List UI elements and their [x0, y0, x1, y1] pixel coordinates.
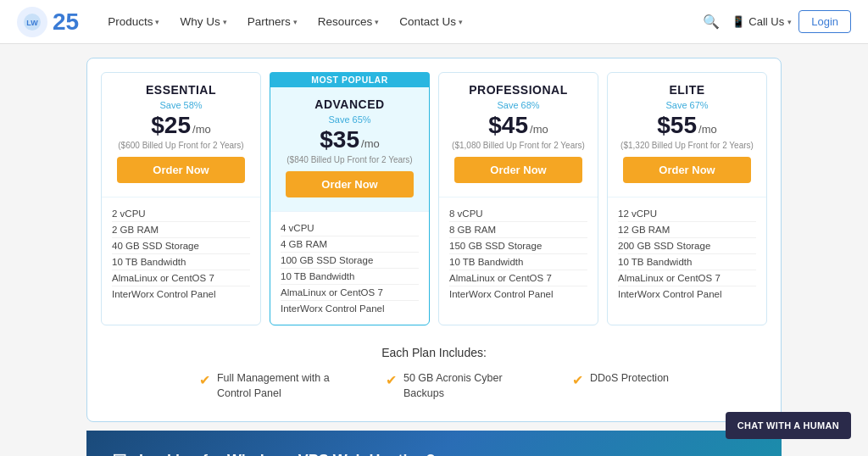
feature-storage: 40 GB SSD Storage [112, 238, 250, 254]
plan-name-professional: PROFESSIONAL [448, 83, 589, 97]
include-text-ddos: DDoS Protection [590, 371, 669, 386]
logo: LW 25 [17, 7, 79, 37]
logo-text: 25 [53, 10, 79, 34]
feature-bandwidth: 10 TB Bandwidth [112, 254, 250, 270]
save-text-elite: Save 67% [616, 100, 758, 110]
save-text-advanced: Save 65% [279, 114, 420, 125]
feature-panel: InterWorx Control Panel [281, 301, 419, 316]
feature-ram: 4 GB RAM [281, 236, 419, 253]
feature-ram: 12 GB RAM [618, 222, 756, 238]
plan-header-professional: PROFESSIONAL Save 68% $45 /mo ($1,080 Bi… [439, 73, 598, 197]
include-item-management: ✔ Full Management with a Control Panel [199, 371, 335, 401]
feature-os: AlmaLinux or CentOS 7 [618, 270, 756, 286]
nav-whyus[interactable]: Why Us ▾ [171, 10, 235, 33]
price-suffix-advanced: /mo [361, 137, 380, 150]
chat-button[interactable]: CHAT WITH A HUMAN [726, 412, 851, 439]
plan-name-essential: ESSENTIAL [110, 83, 252, 97]
nav-resources[interactable]: Resources ▾ [309, 10, 388, 33]
price-dollar-essential: $25 [151, 112, 191, 139]
nav-partners[interactable]: Partners ▾ [239, 10, 306, 33]
main-content: ESSENTIAL Save 58% $25 /mo ($600 Billed … [70, 44, 798, 456]
plan-features-professional: 8 vCPU 8 GB RAM 150 GB SSD Storage 10 TB… [439, 197, 598, 310]
price-dollar-elite: $55 [657, 112, 697, 139]
feature-ram: 2 GB RAM [112, 222, 250, 238]
price-row-professional: $45 /mo [448, 112, 589, 139]
plans-grid: ESSENTIAL Save 58% $25 /mo ($600 Billed … [101, 72, 767, 325]
billed-text-advanced: ($840 Billed Up Front for 2 Years) [279, 155, 420, 164]
includes-section: Each Plan Includes: ✔ Full Management wi… [101, 346, 767, 401]
include-text-management: Full Management with a Control Panel [217, 371, 335, 401]
feature-os: AlmaLinux or CentOS 7 [449, 270, 587, 286]
billed-text-essential: ($600 Billed Up Front for 2 Years) [110, 141, 252, 150]
most-popular-badge: MOST POPULAR [270, 72, 430, 87]
feature-vcpu: 8 vCPU [449, 206, 587, 222]
include-text-backups: 50 GB Acronis Cyber Backups [403, 371, 521, 401]
nav-products[interactable]: Products ▾ [99, 10, 168, 33]
plan-features-essential: 2 vCPU 2 GB RAM 40 GB SSD Storage 10 TB … [102, 197, 260, 310]
plan-header-elite: ELITE Save 67% $55 /mo ($1,320 Billed Up… [608, 73, 766, 197]
feature-panel: InterWorx Control Panel [449, 286, 587, 302]
windows-icon: ⊞ [112, 449, 127, 456]
feature-bandwidth: 10 TB Bandwidth [449, 254, 587, 270]
feature-vcpu: 2 vCPU [112, 206, 250, 222]
search-button[interactable]: 🔍 [698, 8, 725, 35]
plan-card-professional: PROFESSIONAL Save 68% $45 /mo ($1,080 Bi… [438, 72, 598, 325]
feature-bandwidth: 10 TB Bandwidth [281, 269, 419, 285]
price-row-elite: $55 /mo [616, 112, 758, 139]
feature-vcpu: 4 vCPU [281, 220, 419, 236]
plan-features-advanced: 4 vCPU 4 GB RAM 100 GB SSD Storage 10 TB… [270, 212, 429, 325]
chevron-down-icon: ▾ [293, 18, 298, 26]
feature-storage: 150 GB SSD Storage [449, 238, 587, 254]
nav-links: Products ▾ Why Us ▾ Partners ▾ Resources… [99, 10, 698, 33]
billed-text-professional: ($1,080 Billed Up Front for 2 Years) [448, 141, 589, 150]
order-button-elite[interactable]: Order Now [623, 157, 751, 183]
call-button[interactable]: 📱 Call Us ▾ [732, 15, 792, 28]
check-icon: ✔ [386, 372, 397, 388]
check-icon: ✔ [572, 372, 583, 388]
order-button-advanced[interactable]: Order Now [286, 171, 414, 197]
plan-name-elite: ELITE [616, 83, 758, 97]
plan-name-advanced: ADVANCED [279, 97, 420, 111]
svg-text:LW: LW [26, 19, 38, 27]
price-row-advanced: $35 /mo [279, 126, 420, 153]
include-item-backups: ✔ 50 GB Acronis Cyber Backups [386, 371, 521, 401]
nav-right: 🔍 📱 Call Us ▾ Login [698, 8, 851, 35]
billed-text-elite: ($1,320 Billed Up Front for 2 Years) [616, 141, 758, 150]
price-suffix-essential: /mo [192, 123, 211, 136]
includes-items: ✔ Full Management with a Control Panel ✔… [101, 371, 767, 401]
feature-storage: 100 GB SSD Storage [281, 253, 419, 269]
check-icon: ✔ [199, 372, 210, 388]
includes-title: Each Plan Includes: [101, 346, 767, 359]
nav-contact[interactable]: Contact Us ▾ [391, 10, 471, 33]
price-dollar-advanced: $35 [320, 126, 359, 153]
order-button-professional[interactable]: Order Now [454, 157, 582, 183]
save-text-professional: Save 68% [448, 100, 589, 110]
login-button[interactable]: Login [798, 10, 851, 33]
feature-bandwidth: 10 TB Bandwidth [618, 254, 756, 270]
plan-features-elite: 12 vCPU 12 GB RAM 200 GB SSD Storage 10 … [608, 197, 766, 310]
plan-card-essential: ESSENTIAL Save 58% $25 /mo ($600 Billed … [101, 72, 261, 325]
plan-header-essential: ESSENTIAL Save 58% $25 /mo ($600 Billed … [102, 73, 260, 197]
feature-ram: 8 GB RAM [449, 222, 587, 238]
chevron-down-icon: ▾ [155, 18, 159, 26]
price-row-essential: $25 /mo [110, 112, 252, 139]
feature-storage: 200 GB SSD Storage [618, 238, 756, 254]
chevron-down-icon: ▾ [787, 18, 792, 26]
feature-vcpu: 12 vCPU [618, 206, 756, 222]
phone-icon: 📱 [732, 15, 745, 28]
plan-card-advanced: MOST POPULAR ADVANCED Save 65% $35 /mo (… [270, 72, 430, 325]
price-suffix-elite: /mo [698, 123, 717, 136]
price-dollar-professional: $45 [488, 112, 528, 139]
feature-panel: InterWorx Control Panel [112, 286, 250, 302]
navbar: LW 25 Products ▾ Why Us ▾ Partners ▾ Res… [0, 0, 868, 44]
chevron-down-icon: ▾ [223, 18, 227, 26]
feature-os: AlmaLinux or CentOS 7 [281, 285, 419, 301]
logo-icon: LW [17, 7, 47, 37]
chevron-down-icon: ▾ [375, 18, 379, 26]
order-button-essential[interactable]: Order Now [117, 157, 245, 183]
price-suffix-professional: /mo [530, 123, 548, 136]
plan-header-advanced: ADVANCED Save 65% $35 /mo ($840 Billed U… [270, 87, 429, 212]
chevron-down-icon: ▾ [459, 18, 463, 26]
pricing-section: ESSENTIAL Save 58% $25 /mo ($600 Billed … [86, 58, 782, 422]
feature-panel: InterWorx Control Panel [618, 286, 756, 302]
